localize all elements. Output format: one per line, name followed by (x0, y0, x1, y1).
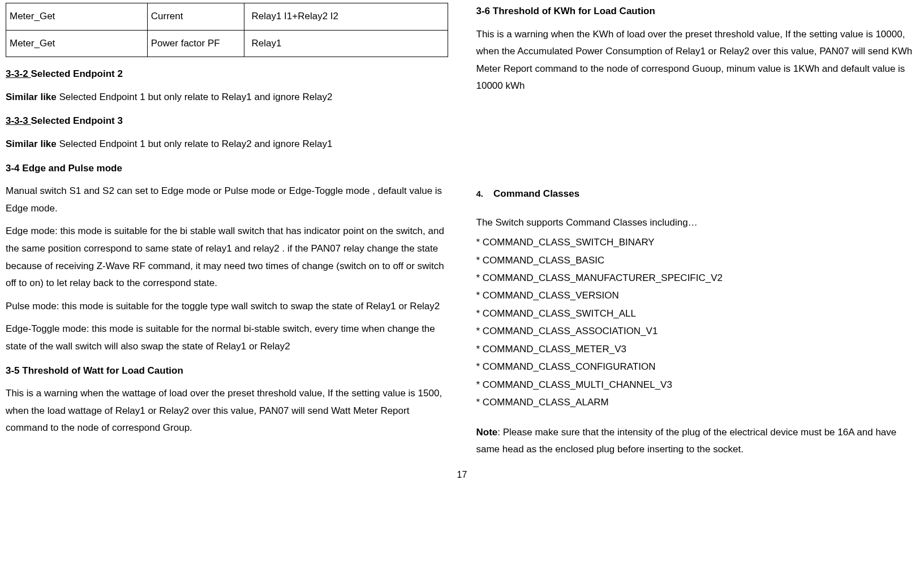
table-row: Meter_Get Power factor PF Relay1 (6, 30, 448, 57)
list-item: * COMMAND_CLASS_BASIC (476, 252, 919, 269)
bold-prefix: Similar like (6, 92, 57, 102)
section-title: Command Classes (493, 188, 579, 199)
paragraph: This is a warning when the wattage of lo… (6, 385, 448, 437)
meter-table: Meter_Get Current Relay1 I1+Relay2 I2 Me… (6, 3, 448, 57)
list-item: * COMMAND_CLASS_MANUFACTURER_SPECIFIC_V2 (476, 269, 919, 287)
note-label: Note (476, 427, 498, 438)
paragraph: Edge mode: this mode is suitable for the… (6, 223, 448, 292)
paragraph: Manual switch S1 and S2 can set to Edge … (6, 183, 448, 217)
list-item: * COMMAND_CLASS_SWITCH_ALL (476, 305, 919, 322)
heading-3-5: 3-5 Threshold of Watt for Load Caution (6, 362, 448, 380)
note-text: : Please make sure that the intensity of… (476, 427, 897, 455)
cell: Current (147, 3, 244, 31)
list-item: * COMMAND_CLASS_ALARM (476, 393, 919, 411)
heading-number: 3-3-3 (6, 115, 31, 126)
text: Selected Endpoint 1 but only relate to R… (57, 92, 333, 102)
table-row: Meter_Get Current Relay1 I1+Relay2 I2 (6, 3, 448, 31)
command-classes-intro: The Switch supports Command Classes incl… (476, 214, 919, 232)
list-item: * COMMAND_CLASS_CONFIGURATION (476, 358, 919, 375)
list-item: * COMMAND_CLASS_ASSOCIATION_V1 (476, 322, 919, 340)
text: Selected Endpoint 1 but only relate to R… (57, 139, 333, 149)
section-number: 4. (476, 189, 484, 198)
list-item: * COMMAND_CLASS_MULTI_CHANNEL_V3 (476, 376, 919, 393)
paragraph: Similar like Selected Endpoint 1 but onl… (6, 89, 448, 106)
paragraph: This is a warning when the KWh of load o… (476, 26, 919, 95)
cell: Meter_Get (6, 3, 148, 31)
cell: Relay1 I1+Relay2 I2 (244, 3, 448, 31)
bold-prefix: Similar like (6, 139, 57, 149)
paragraph: Similar like Selected Endpoint 1 but onl… (6, 136, 448, 153)
heading-number: 3-3-2 (6, 68, 31, 79)
cell: Meter_Get (6, 30, 148, 57)
cell: Power factor PF (147, 30, 244, 57)
list-item: * COMMAND_CLASS_METER_V3 (476, 340, 919, 358)
heading-text: Selected Endpoint 2 (31, 68, 122, 79)
heading-3-3-2: 3-3-2 Selected Endpoint 2 (6, 66, 448, 83)
paragraph: Pulse mode: this mode is suitable for th… (6, 298, 448, 315)
note-paragraph: Note: Please make sure that the intensit… (476, 424, 919, 458)
paragraph: Edge-Toggle mode: this mode is suitable … (6, 321, 448, 355)
heading-3-6: 3-6 Threshold of KWh for Load Caution (476, 3, 919, 20)
page-number: 17 (6, 467, 918, 483)
heading-4: 4.Command Classes (476, 185, 919, 203)
list-item: * COMMAND_CLASS_SWITCH_BINARY (476, 233, 919, 251)
heading-3-4: 3-4 Edge and Pulse mode (6, 160, 448, 178)
list-item: * COMMAND_CLASS_VERSION (476, 287, 919, 304)
command-classes-list: * COMMAND_CLASS_SWITCH_BINARY * COMMAND_… (476, 233, 919, 411)
heading-3-3-3: 3-3-3 Selected Endpoint 3 (6, 113, 448, 130)
heading-text: Selected Endpoint 3 (31, 115, 122, 126)
cell: Relay1 (244, 30, 448, 57)
